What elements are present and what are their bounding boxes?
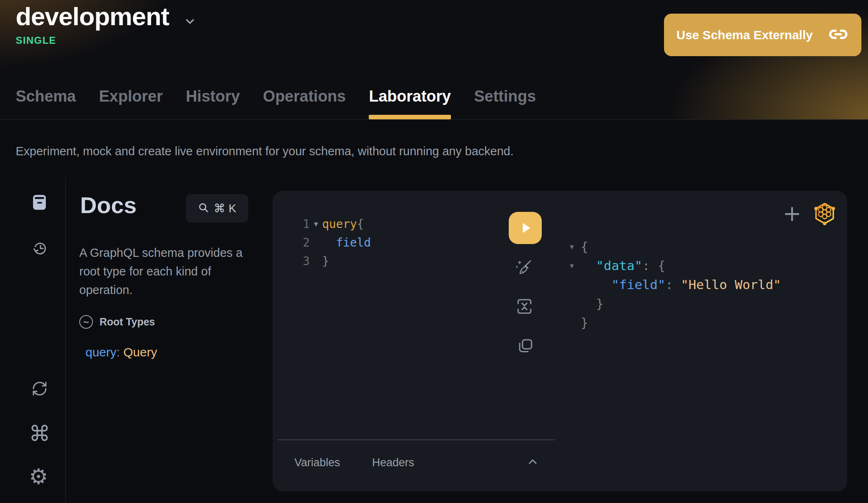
root-type-query-link[interactable]: query: Query: [85, 345, 157, 359]
response-line: }: [570, 294, 781, 313]
use-schema-externally-button[interactable]: Use Schema Externally: [664, 14, 861, 56]
sidebar-divider: [65, 178, 66, 503]
chevron-down-icon[interactable]: [183, 15, 197, 28]
chevron-up-icon[interactable]: [527, 457, 538, 467]
response-line: ▾ "data": {: [570, 256, 781, 275]
tab-headers[interactable]: Headers: [372, 454, 414, 471]
add-tab-button[interactable]: +: [781, 201, 803, 226]
root-types-label: Root Types: [100, 316, 155, 328]
query-editor[interactable]: 1 ▾ query{ 2 field 3 }: [273, 215, 371, 270]
laboratory-page: development SINGLE Use Schema Externally…: [0, 0, 868, 503]
response-line: "field": "Hello World": [570, 275, 781, 294]
tab-explorer[interactable]: Explorer: [99, 88, 163, 119]
search-icon: [198, 202, 209, 215]
fold-triangle-icon[interactable]: ▾: [310, 215, 322, 233]
response-viewer: ▾ { ▾ "data": { "field": "Hello World" }…: [570, 237, 781, 332]
graphiql-panel: 1 ▾ query{ 2 field 3 }: [273, 191, 847, 491]
command-icon[interactable]: ⌘: [29, 423, 50, 444]
link-icon: [828, 24, 849, 47]
tab-operations[interactable]: Operations: [263, 88, 346, 119]
root-types-icon: ~: [79, 315, 93, 329]
tab-history[interactable]: History: [186, 88, 240, 119]
tab-laboratory[interactable]: Laboratory: [369, 88, 451, 119]
history-clock-icon[interactable]: [32, 240, 48, 258]
editor-line: 2 field: [273, 233, 371, 252]
hive-logo-icon[interactable]: [813, 202, 837, 225]
merge-fragments-icon[interactable]: [515, 297, 534, 316]
tab-settings[interactable]: Settings: [474, 88, 536, 119]
refresh-icon[interactable]: [31, 380, 48, 399]
copy-query-icon[interactable]: [516, 337, 535, 356]
docs-book-icon[interactable]: [32, 194, 47, 212]
tab-schema[interactable]: Schema: [16, 88, 76, 119]
main-nav-tabs: Schema Explorer History Operations Labor…: [16, 88, 536, 119]
docs-description: A GraphQL schema provides a root type fo…: [79, 244, 261, 299]
project-type-badge: SINGLE: [16, 35, 56, 46]
play-icon: [516, 219, 534, 237]
response-line: }: [570, 313, 781, 332]
collapse-triangle-icon[interactable]: ▾: [570, 256, 581, 275]
collapse-triangle-icon[interactable]: ▾: [570, 237, 581, 256]
active-tab-underline: [369, 115, 451, 119]
settings-gear-icon[interactable]: ⚙: [29, 466, 48, 487]
docs-search-button[interactable]: ⌘ K: [186, 194, 248, 223]
page-header: development SINGLE Use Schema Externally…: [0, 0, 868, 120]
prettify-broom-icon[interactable]: [514, 258, 533, 277]
page-description: Experiment, mock and create live environ…: [16, 145, 514, 158]
editor-line: 1 ▾ query{: [273, 215, 371, 233]
root-types-section: ~ Root Types: [79, 315, 155, 329]
editor-line: 3 }: [273, 252, 371, 270]
response-line: ▾ {: [570, 237, 781, 256]
editor-footer-divider: [277, 439, 555, 440]
docs-title: Docs: [80, 192, 137, 218]
project-title: development: [16, 2, 169, 31]
tab-variables[interactable]: Variables: [294, 454, 340, 471]
use-schema-externally-label: Use Schema Externally: [676, 28, 813, 42]
search-shortcut: ⌘ K: [214, 202, 236, 215]
execute-query-button[interactable]: [509, 212, 542, 244]
